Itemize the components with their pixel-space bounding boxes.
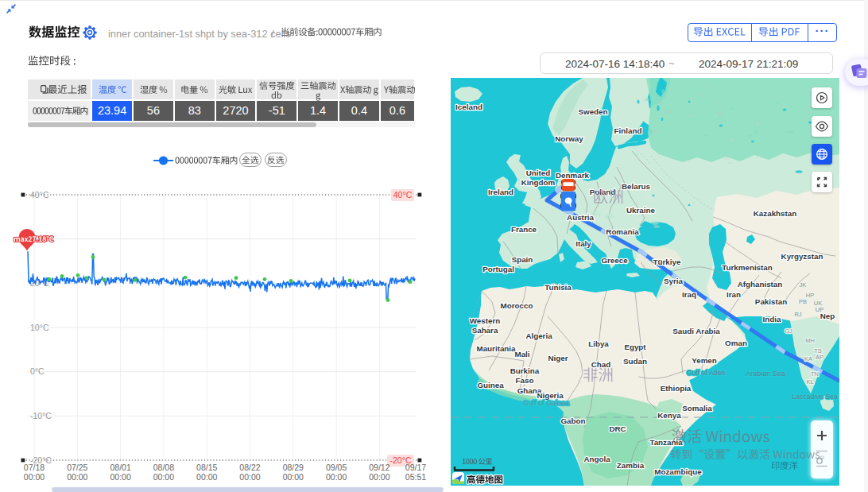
svg-text:Kyrgyzstan: Kyrgyzstan (781, 252, 823, 261)
svg-text:Somalia: Somalia (682, 404, 712, 413)
svg-text:AP: AP (816, 354, 823, 361)
svg-text:Afghanistan: Afghanistan (738, 280, 783, 289)
svg-text:RJ: RJ (794, 311, 801, 318)
svg-text:GJ: GJ (785, 327, 792, 335)
svg-text:Western: Western (470, 316, 500, 325)
svg-text:Gulf of Aden: Gulf of Aden (687, 369, 726, 377)
svg-text:Belarus: Belarus (622, 182, 650, 191)
svg-text:HP: HP (806, 292, 814, 299)
svg-text:Austria: Austria (567, 213, 594, 222)
svg-text:Sudan: Sudan (623, 357, 647, 366)
svg-text:Ukraine: Ukraine (626, 206, 655, 215)
svg-text:KA: KA (804, 355, 812, 362)
svg-text:Syria: Syria (664, 277, 684, 285)
svg-text:Guinea: Guinea (477, 381, 504, 389)
svg-text:Mozambique: Mozambique (654, 467, 702, 476)
svg-text:Niger: Niger (548, 354, 568, 362)
svg-text:DRC: DRC (609, 424, 626, 433)
svg-text:Laccadive Sea: Laccadive Sea (792, 393, 838, 401)
svg-text:Tunisia: Tunisia (544, 283, 572, 292)
svg-text:Yemen: Yemen (692, 356, 717, 365)
svg-text:India: India (763, 315, 781, 323)
svg-text:France: France (511, 225, 537, 234)
svg-text:JK: JK (800, 281, 807, 289)
svg-text:Iraq: Iraq (682, 290, 696, 299)
svg-text:Finland: Finland (614, 126, 642, 135)
svg-text:KL: KL (806, 378, 813, 385)
svg-text:Egypt: Egypt (624, 343, 646, 351)
svg-text:Gabon: Gabon (560, 416, 585, 425)
svg-text:Türkiye: Türkiye (653, 258, 681, 266)
svg-text:Kingdom: Kingdom (521, 178, 556, 187)
svg-text:Sahara: Sahara (472, 326, 498, 335)
svg-text:Saudi Arabia: Saudi Arabia (672, 327, 720, 335)
svg-text:Turkmenistan: Turkmenistan (722, 263, 773, 272)
svg-text:Greece: Greece (601, 256, 628, 265)
svg-text:Libya: Libya (588, 339, 609, 348)
svg-text:Zambia: Zambia (617, 461, 645, 470)
svg-text:Italy: Italy (575, 239, 591, 248)
svg-text:Mauritania: Mauritania (477, 344, 517, 353)
svg-text:Algeria: Algeria (525, 331, 552, 340)
svg-text:Kenya: Kenya (657, 411, 681, 420)
svg-text:Morocco: Morocco (501, 301, 533, 310)
svg-text:Iceland: Iceland (455, 103, 482, 111)
svg-text:Sweden: Sweden (578, 107, 607, 116)
svg-text:Norway: Norway (555, 134, 583, 143)
svg-text:Kazakhstan: Kazakhstan (754, 209, 796, 218)
svg-text:Arabian Sea: Arabian Sea (746, 370, 785, 378)
svg-text:Portugal: Portugal (482, 265, 514, 273)
svg-text:Iran: Iran (727, 290, 741, 299)
svg-text:Burkina: Burkina (510, 366, 540, 375)
svg-text:United: United (526, 169, 550, 177)
svg-text:Angola: Angola (583, 455, 610, 463)
svg-text:MH: MH (805, 337, 815, 344)
svg-text:PB: PB (799, 298, 807, 305)
svg-text:Mali: Mali (514, 350, 529, 358)
svg-text:Faso: Faso (516, 376, 534, 385)
svg-text:Pakistan: Pakistan (755, 297, 787, 306)
svg-text:Romania: Romania (606, 227, 639, 236)
svg-text:Oman: Oman (725, 339, 747, 347)
svg-text:Gulf of Guinea: Gulf of Guinea (523, 399, 569, 407)
svg-text:TN: TN (811, 370, 819, 378)
svg-text:Ireland: Ireland (488, 188, 513, 196)
svg-text:Ethiopia: Ethiopia (661, 384, 692, 393)
svg-text:Spain: Spain (512, 255, 533, 264)
svg-text:UP: UP (816, 306, 823, 313)
